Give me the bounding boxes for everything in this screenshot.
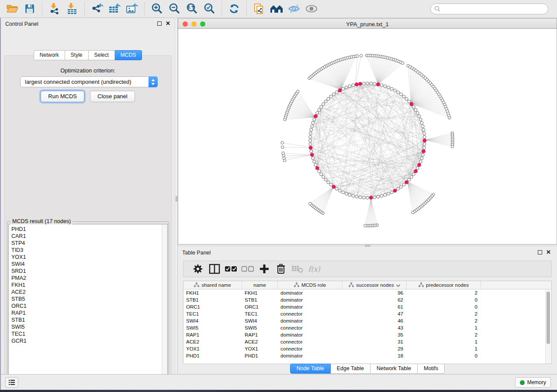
tab-mcds[interactable]: MCDS: [115, 50, 142, 60]
mcds-result-item[interactable]: SWI5: [9, 323, 167, 330]
import-network-icon[interactable]: [47, 2, 62, 15]
table-cell: connector: [278, 311, 343, 316]
mcds-result-item[interactable]: STB1: [9, 316, 167, 323]
table-row[interactable]: YOX1YOX1connector291: [183, 345, 551, 352]
mcds-result-item[interactable]: SWI4: [9, 261, 167, 268]
table-row[interactable]: RAP1RAP1dominator352: [183, 331, 551, 338]
mcds-result-item[interactable]: TID3: [9, 247, 167, 254]
table-row[interactable]: ORC1ORC1dominator610: [183, 303, 551, 310]
tab-node-table[interactable]: Node Table: [290, 364, 331, 374]
hide-selected-icon[interactable]: [287, 2, 301, 15]
vertical-splitter[interactable]: [175, 18, 178, 374]
import-table-icon[interactable]: [65, 2, 80, 15]
deselect-all-icon[interactable]: [239, 262, 256, 275]
tab-network[interactable]: Network: [34, 50, 65, 60]
close-panel-button[interactable]: Close panel: [90, 91, 135, 102]
export-table-icon[interactable]: [107, 2, 122, 15]
search-input[interactable]: [430, 3, 548, 14]
zoom-fit-icon[interactable]: [184, 2, 199, 15]
task-history-button[interactable]: [5, 377, 18, 388]
splitter-handle[interactable]: [176, 196, 177, 202]
mcds-result-list[interactable]: PHD1CAR1STP4TID3YOX1SWI4SRD1PMA2FKH1ACE2…: [8, 224, 168, 383]
attribute-type-icon: [294, 282, 299, 288]
table-row[interactable]: ACE2ACE2connector311: [183, 338, 551, 345]
zoom-in-icon[interactable]: [149, 2, 164, 15]
mcds-result-item[interactable]: PMA2: [9, 275, 167, 282]
table-scrollbar-thumb[interactable]: [547, 292, 550, 344]
table-row[interactable]: STB1STB1dominator620: [183, 296, 551, 303]
split-panel-icon[interactable]: [206, 262, 223, 275]
open-file-icon[interactable]: [5, 2, 20, 15]
tab-style[interactable]: Style: [65, 50, 89, 60]
export-network-icon[interactable]: [90, 2, 104, 15]
table-cell: 96: [343, 290, 407, 296]
table-row[interactable]: TEC1TEC1connector472: [183, 310, 551, 317]
mcds-result-item[interactable]: SRD1: [9, 268, 167, 275]
close-panel-icon[interactable]: ✕: [546, 250, 551, 254]
column-header-name[interactable]: name: [242, 281, 278, 289]
float-panel-icon[interactable]: [538, 250, 542, 254]
criterion-dropdown-value: largest connected component (undirected): [21, 79, 149, 85]
list-icon: [9, 380, 15, 385]
table-cell: SWI4: [183, 318, 242, 323]
tab-network-table[interactable]: Network Table: [370, 364, 418, 374]
zoom-out-icon[interactable]: [167, 2, 182, 15]
table-cell: connector: [278, 346, 343, 351]
node-table[interactable]: shared namenameMCDS rolesuccessor nodesp…: [183, 281, 552, 364]
mcds-result-item[interactable]: PHD1: [9, 226, 167, 233]
refresh-icon[interactable]: [227, 2, 242, 15]
memory-button[interactable]: Memory: [515, 377, 551, 388]
mcds-result-item[interactable]: RAP1: [9, 309, 167, 316]
control-panel-tabs: NetworkStyleSelectMCDS: [1, 50, 175, 60]
table-row[interactable]: FKH1FKH1dominator962: [183, 289, 551, 296]
settings-icon[interactable]: [190, 262, 206, 275]
table-row[interactable]: PHD1PHD1dominator180: [183, 352, 551, 359]
table-cell: RAP1: [183, 332, 242, 337]
mcds-result-item[interactable]: TEC1: [9, 330, 167, 337]
run-mcds-button[interactable]: Run MCDS: [41, 91, 84, 102]
column-header-successor-nodes[interactable]: successor nodes: [343, 281, 407, 289]
desktop-edge: [0, 18, 1, 390]
delete-row-icon[interactable]: [273, 262, 289, 275]
column-header-shared-name[interactable]: shared name: [183, 281, 242, 289]
table-scrollbar[interactable]: [545, 290, 551, 364]
table-panel-tabs: Node TableEdge TableNetwork TableMotifs: [178, 364, 557, 374]
column-header-MCDS-role[interactable]: MCDS role: [278, 281, 343, 289]
mcds-result-item[interactable]: YOX1: [9, 254, 167, 261]
network-window-titlebar[interactable]: YPA_prune.txt_1: [178, 18, 557, 29]
mcds-result-item[interactable]: ACE2: [9, 289, 167, 296]
duplicate-network-icon[interactable]: [252, 2, 266, 15]
show-all-icon[interactable]: [304, 2, 319, 15]
criterion-dropdown[interactable]: largest connected component (undirected): [20, 76, 158, 87]
close-panel-icon[interactable]: ✕: [166, 21, 170, 26]
tab-motifs[interactable]: Motifs: [418, 364, 445, 374]
mcds-result-item[interactable]: CAR1: [9, 233, 167, 240]
tab-select[interactable]: Select: [89, 50, 115, 60]
memory-status-icon: [520, 380, 525, 385]
export-image-icon[interactable]: [125, 2, 139, 15]
network-canvas[interactable]: [178, 29, 557, 244]
table-row[interactable]: SWI5SWI5connector431: [183, 324, 551, 331]
table-cell: 29: [343, 346, 407, 351]
float-panel-icon[interactable]: [157, 21, 162, 26]
table-row[interactable]: SWI4SWI4dominator462: [183, 317, 551, 324]
first-neighbors-icon[interactable]: [269, 2, 284, 15]
add-row-icon[interactable]: [256, 262, 273, 275]
result-list-scrollbar[interactable]: [162, 224, 167, 382]
control-panel-titlebar: Control Panel ✕: [1, 18, 175, 30]
column-header-predecessor-nodes[interactable]: predecessor nodes: [407, 281, 481, 289]
mcds-result-item[interactable]: FKH1: [9, 282, 167, 289]
zoom-selected-icon[interactable]: [202, 2, 217, 15]
tab-edge-table[interactable]: Edge Table: [331, 364, 370, 374]
optimization-criterion-label: Optimization criterion:: [1, 67, 175, 74]
search-container: [430, 3, 548, 14]
mcds-result-item[interactable]: ORC1: [9, 303, 167, 309]
mcds-result-item[interactable]: STB5: [9, 296, 167, 303]
mcds-result-item[interactable]: GCR1: [9, 337, 167, 344]
mcds-result-title: MCDS result (17 nodes): [10, 218, 73, 224]
save-session-icon[interactable]: [22, 2, 37, 15]
toolbar-separator: [221, 2, 222, 15]
mcds-result-item[interactable]: STP4: [9, 240, 167, 247]
table-cell: PHD1: [242, 353, 278, 358]
select-all-icon[interactable]: [223, 262, 239, 275]
